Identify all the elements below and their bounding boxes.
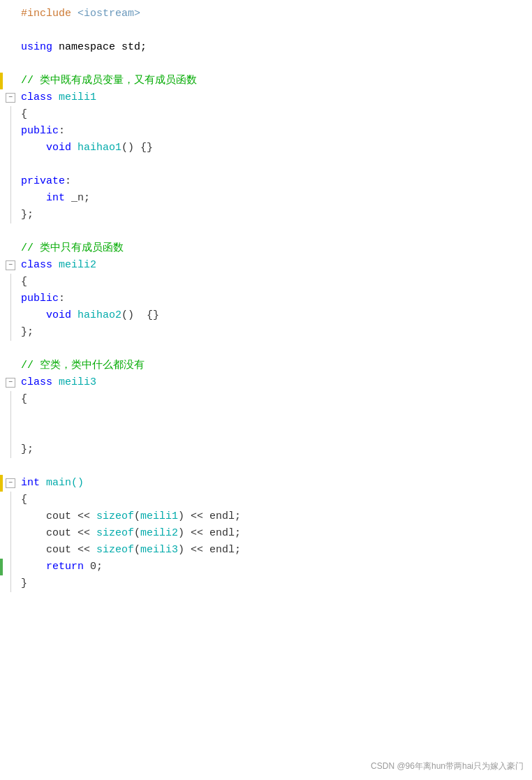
line-gutter: [3, 6, 18, 22]
code-line: return 0;: [0, 559, 532, 575]
collapse-button[interactable]: −: [6, 478, 15, 488]
code-line: cout << sizeof(meili3) << endl;: [0, 542, 532, 559]
token: (: [134, 508, 140, 525]
token: meili3: [140, 542, 178, 559]
collapse-button[interactable]: −: [6, 260, 15, 270]
token: }: [21, 575, 27, 592]
code-content: #include <iostream>: [18, 6, 532, 22]
collapse-button[interactable]: −: [6, 93, 15, 103]
line-gutter[interactable]: −: [3, 257, 18, 274]
indent-guide: [10, 559, 11, 575]
line-gutter: [3, 240, 18, 257]
code-line: };: [0, 207, 532, 223]
collapse-button[interactable]: −: [6, 378, 15, 388]
token: meili3: [52, 374, 96, 391]
code-line: [0, 56, 532, 73]
code-content: class meili1: [18, 89, 532, 106]
token: };: [21, 441, 34, 458]
code-content: void haihao2() {}: [18, 307, 532, 324]
code-line: {: [0, 274, 532, 290]
indent-guide: [10, 290, 11, 307]
token: void: [21, 307, 77, 324]
token: using: [21, 39, 52, 56]
code-line: };: [0, 324, 532, 341]
code-line: [0, 425, 532, 441]
token: (: [134, 542, 140, 559]
line-gutter: [3, 458, 18, 475]
token: return: [21, 559, 84, 575]
code-content: // 类中只有成员函数: [18, 240, 532, 257]
code-content: int main(): [18, 475, 532, 492]
line-gutter: [3, 274, 18, 290]
line-gutter: [3, 290, 18, 307]
line-gutter: [3, 425, 18, 441]
code-line: [0, 341, 532, 358]
code-content: [18, 458, 532, 475]
token: <iostream>: [77, 6, 140, 22]
indent-guide: [10, 575, 11, 592]
code-line: [0, 156, 532, 173]
code-line: };: [0, 441, 532, 458]
line-gutter: [3, 492, 18, 508]
code-line: −class meili3: [0, 374, 532, 391]
code-line: {: [0, 492, 532, 508]
indent-guide: [10, 441, 11, 458]
line-gutter: [3, 123, 18, 140]
code-content: [18, 425, 532, 441]
token: int: [21, 475, 40, 492]
line-gutter: [3, 39, 18, 56]
code-content: [18, 22, 532, 39]
token: ) << endl;: [178, 508, 241, 525]
token: sizeof: [96, 508, 134, 525]
token: };: [21, 207, 34, 223]
code-content: [18, 341, 532, 358]
token: meili1: [52, 89, 96, 106]
code-content: [18, 56, 532, 73]
line-gutter[interactable]: −: [3, 89, 18, 106]
token: void: [21, 140, 77, 156]
code-line: −int main(): [0, 475, 532, 492]
indent-guide: [10, 492, 11, 508]
token: 0;: [84, 559, 103, 575]
token: sizeof: [96, 525, 134, 542]
indent-guide: [10, 525, 11, 542]
code-content: void haihao1() {}: [18, 140, 532, 156]
indent-guide: [10, 156, 11, 173]
indent-guide: [10, 307, 11, 324]
line-gutter: [3, 575, 18, 592]
code-line: cout << sizeof(meili2) << endl;: [0, 525, 532, 542]
token: namespace std;: [52, 39, 147, 56]
code-content: };: [18, 324, 532, 341]
token: public: [21, 290, 59, 307]
code-content: public:: [18, 290, 532, 307]
code-content: public:: [18, 123, 532, 140]
line-gutter: [3, 324, 18, 341]
indent-guide: [10, 542, 11, 559]
token: private: [21, 173, 65, 190]
token: () {}: [121, 307, 159, 324]
line-gutter: [3, 223, 18, 240]
token: };: [21, 324, 34, 341]
indent-guide: [10, 190, 11, 207]
code-content: cout << sizeof(meili3) << endl;: [18, 542, 532, 559]
line-gutter[interactable]: −: [3, 374, 18, 391]
token: // 空类，类中什么都没有: [21, 358, 145, 374]
token: meili1: [140, 508, 178, 525]
token: int: [21, 190, 65, 207]
code-line: −class meili1: [0, 89, 532, 106]
line-gutter[interactable]: −: [3, 475, 18, 492]
code-line: }: [0, 575, 532, 592]
line-gutter: [3, 542, 18, 559]
token: () {}: [121, 140, 153, 156]
code-line: void haihao2() {}: [0, 307, 532, 324]
token: :: [65, 173, 71, 190]
code-content: using namespace std;: [18, 39, 532, 56]
indent-guide: [10, 173, 11, 190]
line-gutter: [3, 358, 18, 374]
code-line: private:: [0, 173, 532, 190]
code-content: private:: [18, 173, 532, 190]
code-line: {: [0, 106, 532, 123]
code-line: [0, 223, 532, 240]
token: sizeof: [96, 542, 134, 559]
code-content: {: [18, 106, 532, 123]
